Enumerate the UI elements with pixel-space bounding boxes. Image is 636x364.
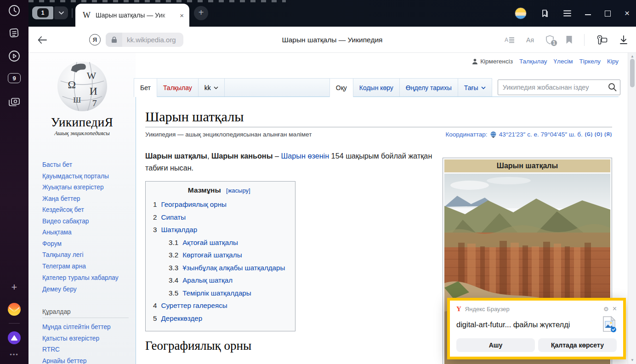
- river-link[interactable]: Шарын өзенін: [281, 152, 329, 160]
- wikipedia-favicon: W: [83, 11, 91, 20]
- protect-shield-icon[interactable]: 1: [545, 35, 554, 45]
- reader-mode-icon[interactable]: A: [505, 36, 515, 44]
- window-minimize-button[interactable]: [585, 11, 591, 15]
- toc-link[interactable]: Географиялық орны: [161, 200, 227, 208]
- nav-link[interactable]: Кездейсоқ бет: [42, 206, 84, 213]
- svg-text:7: 7: [92, 98, 97, 108]
- lock-icon[interactable]: [106, 33, 122, 47]
- tools-link[interactable]: RTRC: [42, 346, 60, 353]
- tools-link[interactable]: Қатысты өзгерістер: [42, 335, 99, 342]
- chevron-down-icon: [481, 86, 486, 89]
- coordinates-label-link[interactable]: Координаттар:: [445, 131, 487, 138]
- toc-link[interactable]: Суреттер галереясы: [161, 301, 227, 309]
- toc-link[interactable]: Аралық шатқал: [182, 276, 233, 284]
- alice-assistant-icon[interactable]: [8, 331, 21, 344]
- tools-link[interactable]: Арнайы беттер: [42, 358, 86, 364]
- tab-read[interactable]: Оқу: [329, 78, 353, 97]
- toc-link[interactable]: Шатқалдар: [161, 226, 197, 233]
- show-in-folder-button[interactable]: Қалтада көрсету: [538, 338, 617, 352]
- personal-link-contribs[interactable]: Үлесім: [554, 58, 573, 65]
- toolbar-page-title: Шарын шатқалы — Уикипедия: [166, 27, 498, 53]
- screenshot-camera-icon[interactable]: [8, 97, 21, 108]
- user-avatar[interactable]: [515, 7, 527, 19]
- history-clock-icon[interactable]: [8, 5, 20, 17]
- tab-group-pill[interactable]: 1: [32, 6, 68, 19]
- scroll-down-arrow[interactable]: ▼: [628, 357, 636, 363]
- toc-link[interactable]: Ақтоғай шатқалы: [182, 239, 238, 246]
- sidebar-divider: [9, 323, 20, 324]
- toc-link[interactable]: Сипаты: [161, 213, 186, 221]
- coordinates-services[interactable]: (G) (O) (Я): [585, 132, 612, 137]
- tab-close-icon[interactable]: ×: [180, 11, 184, 19]
- bookmarks-panel-icon[interactable]: [540, 9, 550, 18]
- tab-history[interactable]: Өңделу тарихы: [400, 78, 458, 97]
- wiki-sidebar: Ω W И 7 Ш УикипедиЯ Ашық энциклопедиясы …: [28, 53, 136, 364]
- notification-close-icon[interactable]: ×: [613, 305, 617, 313]
- nav-link[interactable]: Форум: [42, 240, 62, 247]
- wiki-page-tabs: Бет Талқылау kk Оқу Кодын көру Өңделу та…: [134, 78, 619, 97]
- tab-counter-badge[interactable]: 9: [8, 73, 21, 83]
- page-scrollbar[interactable]: ▲ ▼: [628, 53, 636, 364]
- window-close-button[interactable]: ×: [625, 8, 630, 18]
- chevron-down-icon: [214, 86, 218, 89]
- browser-titlebar: 1 W Шарын шатқалы — Уик × + ×: [28, 0, 636, 27]
- nav-link[interactable]: Видео сабақтар: [42, 218, 89, 225]
- personal-link-register[interactable]: Тіркелу: [579, 58, 601, 65]
- browser-tab[interactable]: W Шарын шатқалы — Уик ×: [75, 4, 189, 27]
- toc-link[interactable]: Көртоғай шатқалы: [182, 251, 242, 259]
- tools-link[interactable]: Мұнда сілтейтін беттер: [42, 324, 111, 330]
- tab-talk[interactable]: Талқылау: [157, 78, 199, 97]
- titlebar-separator: [72, 8, 73, 18]
- notes-icon[interactable]: [8, 27, 20, 39]
- address-bar[interactable]: kk.wikipedia.org: [106, 33, 183, 47]
- wikipedia-logo[interactable]: Ω W И 7 Ш УикипедиЯ Ашық энциклопедиясы: [28, 58, 136, 137]
- coordinates-value-link[interactable]: 43°21′23″ с. е. 79°04′45″ ш. б.: [499, 131, 583, 138]
- video-play-icon[interactable]: [8, 50, 20, 62]
- nav-link[interactable]: Телеграм арна: [42, 263, 86, 270]
- nav-link[interactable]: Қауымдастық порталы: [42, 173, 109, 180]
- tab-view-source[interactable]: Кодын көру: [353, 78, 400, 97]
- url-text: kk.wikipedia.org: [122, 36, 183, 44]
- nav-link[interactable]: Жуықтағы өзгерістер: [42, 184, 104, 191]
- nav-link[interactable]: Жаңа беттер: [42, 195, 80, 202]
- downloaded-image-file-icon[interactable]: [602, 316, 617, 333]
- tab-page[interactable]: Бет: [134, 78, 157, 97]
- toc-link[interactable]: Ұзынбұлақ алқабы шатқалдары: [182, 264, 285, 272]
- yandex-search-button[interactable]: Я: [89, 27, 101, 53]
- svg-text:Ω: Ω: [68, 79, 76, 91]
- scrollbar-thumb[interactable]: [630, 59, 635, 87]
- toc-link[interactable]: Дереккөздер: [161, 314, 202, 322]
- wiki-logo-title: УикипедиЯ: [28, 115, 136, 130]
- back-button[interactable]: [38, 27, 47, 53]
- window-maximize-button[interactable]: [605, 11, 611, 17]
- menu-hamburger-icon[interactable]: [563, 10, 571, 17]
- bookmark-icon[interactable]: [566, 35, 573, 44]
- search-icon[interactable]: [608, 83, 617, 93]
- nav-link[interactable]: Басты бет: [42, 161, 72, 168]
- tab-group-chevron-icon[interactable]: [54, 6, 68, 19]
- coordinates: Координаттар: 43°21′23″ с. е. 79°04′45″ …: [445, 131, 612, 138]
- password-manager-icon[interactable]: [596, 35, 608, 45]
- more-options-dots-icon[interactable]: •••: [10, 351, 19, 358]
- notification-settings-gear-icon[interactable]: ⚙: [603, 306, 609, 313]
- nav-link[interactable]: Талқылау легі: [42, 251, 84, 258]
- shield-counter-badge: 1: [551, 40, 557, 46]
- downloads-icon[interactable]: [619, 35, 628, 45]
- nav-link[interactable]: Демеу беру: [42, 286, 77, 293]
- nav-link[interactable]: Анықтама: [42, 229, 72, 236]
- personal-link-talk[interactable]: Талқылау: [519, 58, 547, 65]
- yandex-mail-icon[interactable]: [8, 303, 21, 316]
- toc-hide-link[interactable]: [жасыру]: [226, 187, 250, 194]
- search-input[interactable]: [498, 80, 620, 95]
- tab-language-selector[interactable]: kk: [199, 78, 225, 97]
- translate-icon[interactable]: Aя: [526, 36, 534, 44]
- notification-app-name: Яндекс Браузер: [465, 306, 510, 313]
- toc-link[interactable]: Темірлік шатқалдары: [182, 289, 251, 297]
- open-file-button[interactable]: Ашу: [456, 338, 535, 352]
- tab-more-dropdown[interactable]: Тағы: [458, 78, 492, 97]
- nav-link[interactable]: Қателер туралы хабарлау: [42, 274, 119, 281]
- scroll-up-arrow[interactable]: ▲: [628, 53, 636, 59]
- new-tab-button[interactable]: +: [194, 6, 208, 20]
- add-panel-plus-icon[interactable]: +: [11, 281, 17, 293]
- personal-link-login[interactable]: Кіру: [607, 58, 619, 65]
